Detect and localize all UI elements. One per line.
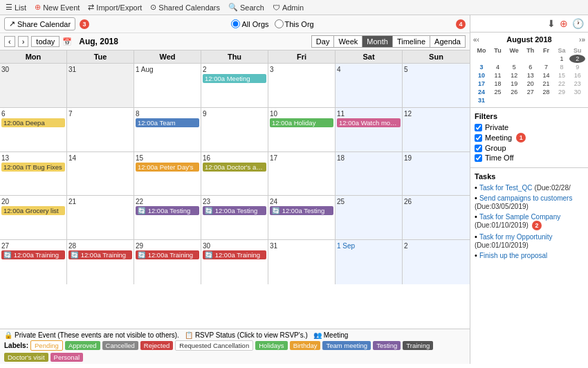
nav-search[interactable]: 🔍 Search <box>228 3 264 12</box>
mini-next-next[interactable]: » <box>581 36 585 44</box>
cal-cell-aug2[interactable]: 2 12:00a Meeting <box>201 64 268 107</box>
event-training-27[interactable]: 🔄 12:00a Training <box>1 250 65 259</box>
cal-cell-aug14[interactable]: 14 <box>67 152 134 196</box>
cal-cell-aug27[interactable]: 27 🔄 12:00a Training <box>0 240 67 284</box>
cal-cell-sep2[interactable]: 2 <box>403 240 470 284</box>
mini-day[interactable]: 23 <box>569 80 585 88</box>
mini-day[interactable]: 22 <box>554 80 570 88</box>
mini-day[interactable]: 14 <box>538 71 554 80</box>
mini-day[interactable]: 5 <box>506 63 523 71</box>
nav-import-export[interactable]: ⇄ Import/Export <box>88 3 142 12</box>
cal-cell-aug7[interactable]: 7 <box>67 108 134 151</box>
view-agenda[interactable]: Agenda <box>430 35 466 48</box>
cal-cell-aug3[interactable]: 3 <box>268 64 336 107</box>
next-button[interactable]: › <box>18 36 29 47</box>
mini-day[interactable]: 7 <box>538 63 554 71</box>
cal-cell-aug10[interactable]: 10 12:00a Holiday <box>268 108 336 151</box>
cal-cell-aug13[interactable]: 13 12:00a IT Bug Fixes <box>0 152 67 196</box>
mini-day[interactable]: 4 <box>490 63 506 71</box>
event-doctors-appointment[interactable]: 12:00a Doctor's appointment <box>203 163 266 172</box>
cal-cell-aug26[interactable]: 26 <box>403 196 470 239</box>
mini-day[interactable] <box>490 96 506 104</box>
event-testing-23[interactable]: 🔄 12:00a Testing <box>203 206 266 215</box>
task-link-5[interactable]: Finish up the proposal <box>479 252 547 259</box>
mini-day[interactable]: 8 <box>554 63 570 71</box>
radio-all-orgs[interactable]: All Orgs <box>231 19 268 28</box>
mini-day[interactable] <box>473 55 490 63</box>
event-watch-movie[interactable]: 12:00a Watch movie <box>337 118 401 127</box>
view-week[interactable]: Week <box>334 35 362 48</box>
mini-day[interactable]: 10 <box>473 71 490 80</box>
history-button[interactable]: 🕐 <box>572 18 584 29</box>
event-meeting[interactable]: 12:00a Meeting <box>203 74 266 83</box>
cal-cell-aug25[interactable]: 25 <box>336 196 403 239</box>
mini-day[interactable]: 6 <box>523 63 539 71</box>
event-training-28[interactable]: 🔄 12:00a Training <box>68 250 132 259</box>
event-training-29[interactable]: 🔄 12:00a Training <box>136 250 199 259</box>
mini-day[interactable]: 31 <box>473 96 490 104</box>
mini-day[interactable]: 9 <box>569 63 585 71</box>
mini-day[interactable] <box>506 96 523 104</box>
event-peter-days[interactable]: 12:00a Peter Day's <box>136 163 199 172</box>
cal-cell-aug8[interactable]: 8 12:00a Team <box>134 108 201 151</box>
prev-button[interactable]: ‹ <box>4 36 15 47</box>
mini-day[interactable]: 28 <box>538 88 554 96</box>
mini-day[interactable]: 29 <box>554 88 570 96</box>
filter-time-off-checkbox[interactable] <box>475 154 482 162</box>
mini-day[interactable] <box>523 55 539 63</box>
task-link-3[interactable]: Task for Sample Company <box>479 213 560 221</box>
nav-admin[interactable]: 🛡 Admin <box>273 3 304 12</box>
cal-cell-aug23[interactable]: 23 🔄 12:00a Testing <box>201 196 268 239</box>
mini-day[interactable]: 26 <box>506 88 523 96</box>
mini-day[interactable]: 24 <box>473 88 490 96</box>
task-link-4[interactable]: Task for my Opportunity <box>479 233 553 241</box>
mini-day[interactable]: 17 <box>473 80 490 88</box>
filter-private-checkbox[interactable] <box>475 124 482 131</box>
filter-group-checkbox[interactable] <box>475 145 482 152</box>
mini-day[interactable] <box>538 55 554 63</box>
cal-cell-aug28[interactable]: 28 🔄 12:00a Training <box>67 240 134 284</box>
cal-cell-aug29[interactable]: 29 🔄 12:00a Training <box>134 240 201 284</box>
mini-day[interactable]: 27 <box>523 88 539 96</box>
view-month[interactable]: Month <box>362 35 393 48</box>
share-calendar-button[interactable]: ↗ Share Calendar <box>4 17 75 30</box>
cal-cell-aug11[interactable]: 11 12:00a Watch movie <box>336 108 403 151</box>
cal-cell-aug16[interactable]: 16 12:00a Doctor's appointment <box>201 152 268 196</box>
today-button[interactable]: today <box>31 36 59 47</box>
radio-this-org[interactable]: This Org <box>275 19 314 28</box>
mini-day[interactable]: 16 <box>569 71 585 80</box>
filter-meeting-checkbox[interactable] <box>475 134 482 142</box>
cal-cell-jul31[interactable]: 31 <box>67 64 134 107</box>
nav-shared-calendars[interactable]: ⊙ Shared Calendars <box>150 3 220 12</box>
mini-day[interactable]: 18 <box>490 80 506 88</box>
task-link-2[interactable]: Send campaigns to customers <box>479 194 573 202</box>
cal-cell-aug17[interactable]: 17 <box>268 152 336 196</box>
cal-cell-aug19[interactable]: 19 <box>403 152 470 196</box>
mini-day[interactable]: 3 <box>473 63 490 71</box>
add-button[interactable]: ⊕ <box>560 18 568 29</box>
mini-day[interactable]: 20 <box>523 80 539 88</box>
mini-day[interactable] <box>506 55 523 63</box>
mini-day[interactable]: 1 <box>554 55 570 63</box>
event-testing-24[interactable]: 🔄 12:00a Testing <box>270 206 333 215</box>
mini-day[interactable] <box>490 55 506 63</box>
cal-cell-aug20[interactable]: 20 12:00a Grocery list <box>0 196 67 239</box>
cal-cell-aug18[interactable]: 18 <box>336 152 403 196</box>
cal-cell-aug4[interactable]: 4 <box>336 64 403 107</box>
cal-cell-aug9[interactable]: 9 <box>201 108 268 151</box>
event-training-30[interactable]: 🔄 12:00a Training <box>203 250 266 259</box>
event-grocery[interactable]: 12:00a Grocery list <box>1 206 65 215</box>
mini-day[interactable]: 11 <box>490 71 506 80</box>
nav-new-event[interactable]: ⊕ New Event <box>35 3 80 12</box>
cal-cell-aug24[interactable]: 24 🔄 12:00a Testing <box>268 196 336 239</box>
download-button[interactable]: ⬇ <box>547 18 555 29</box>
task-link-1[interactable]: Task for Test_QC <box>479 184 533 192</box>
mini-day[interactable]: 12 <box>506 71 523 80</box>
cal-cell-aug5[interactable]: 5 <box>403 64 470 107</box>
mini-day[interactable] <box>538 96 554 104</box>
event-testing-22[interactable]: 🔄 12:00a Testing <box>136 206 199 215</box>
cal-cell-aug31[interactable]: 31 <box>268 240 336 284</box>
mini-day[interactable]: 13 <box>523 71 539 80</box>
event-holiday[interactable]: 12:00a Holiday <box>270 118 333 127</box>
mini-day[interactable] <box>523 96 539 104</box>
